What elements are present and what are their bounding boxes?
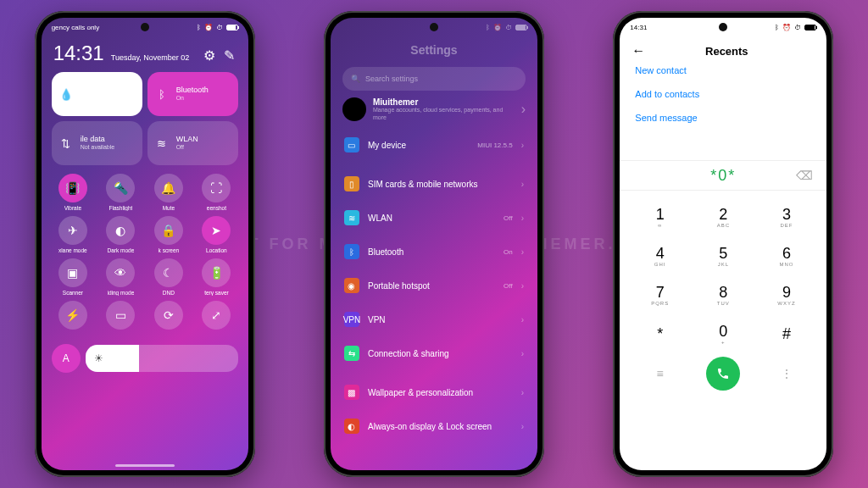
toggle-Mute[interactable]: 🔔 Mute (147, 174, 191, 211)
toggle-label: eenshot (207, 205, 226, 211)
vpn-icon: VPN (344, 312, 359, 327)
phone-mockup-settings: ᛒ ⏰ ⏱ Settings 🔍 Search settings Miuithe… (324, 11, 544, 477)
key-7[interactable]: 7 PQRS (628, 275, 692, 314)
brightness-slider[interactable]: ☀ (86, 345, 238, 372)
key-4[interactable]: 4 GHI (628, 236, 692, 275)
sun-icon: ☀ (94, 352, 103, 364)
mobile-data-icon: ⇅ (58, 136, 74, 151)
toggle-Scanner[interactable]: ▣ Scanner (52, 258, 95, 296)
key-number: 9 (782, 285, 791, 300)
airplane-icon: ✈ (58, 216, 87, 245)
font-size-button[interactable]: A (52, 344, 81, 373)
camera-notch (719, 23, 727, 31)
action-send-message[interactable]: Send message (635, 113, 811, 123)
toggle-label: DND (163, 290, 175, 296)
key-6[interactable]: 6 MNO (755, 236, 819, 275)
toggle-xlane mode[interactable]: ✈ xlane mode (52, 216, 95, 253)
toggle-Location[interactable]: ➤ Location (195, 216, 238, 253)
row-value: MIUI 12.5.5 (477, 141, 512, 149)
key-9[interactable]: 9 WXYZ (755, 275, 819, 314)
settings-list: ▭ My device MIUI 12.5.5 ›▯ SIM cards & m… (331, 128, 537, 443)
key-letters: PQRS (651, 301, 669, 306)
settings-row-bluetooth[interactable]: ᛒ Bluetooth On › (342, 235, 526, 269)
toggle-iding mode[interactable]: 👁 iding mode (99, 258, 142, 296)
settings-row-wallpaper-personalization[interactable]: ▩ Wallpaper & personalization › (342, 375, 526, 409)
row-label: Wallpaper & personalization (368, 388, 504, 397)
account-row[interactable]: Miuithemer Manage accounts, cloud servic… (342, 97, 526, 121)
settings-row-connection-sharing[interactable]: ⇆ Connection & sharing › (342, 336, 526, 370)
key-8[interactable]: 8 TUV (692, 275, 755, 314)
toggle-k screen[interactable]: 🔒 k screen (147, 216, 191, 253)
row-label: Bluetooth (368, 247, 495, 257)
toggle-eenshot[interactable]: ⛶ eenshot (195, 174, 238, 211)
key-letters: WXYZ (777, 301, 795, 306)
toggle-label: Vibrate (64, 205, 81, 211)
key-*[interactable]: * (628, 314, 692, 353)
action-new-contact[interactable]: New contact (635, 65, 811, 75)
key-letters: + (721, 340, 726, 345)
lock-icon: 🔒 (154, 216, 183, 245)
account-sub: Manage accounts, cloud services, payment… (373, 107, 515, 121)
search-icon: 🔍 (351, 75, 360, 83)
call-button[interactable] (706, 357, 740, 391)
key-0[interactable]: 0 + (692, 314, 755, 353)
settings-row-portable-hotspot[interactable]: ◉ Portable hotspot Off › (342, 269, 526, 302)
toggle-label: Dark mode (108, 247, 135, 253)
toggle-label: xlane mode (58, 247, 87, 253)
key-2[interactable]: 2 ABC (692, 197, 755, 236)
settings-gear-icon[interactable]: ⚙ (203, 47, 216, 61)
toggle-Dark mode[interactable]: ◐ Dark mode (99, 216, 142, 253)
toggle-label: Scanner (63, 290, 83, 296)
action-add-to-contacts[interactable]: Add to contacts (635, 89, 811, 99)
clock-date: Tuesday, November 02 (111, 53, 196, 62)
toggle-expand[interactable]: ⤢ (195, 301, 238, 332)
home-indicator[interactable] (115, 464, 175, 467)
quick-tile-droplet[interactable]: 💧 (52, 72, 142, 116)
key-number: * (657, 326, 663, 341)
row-label: My device (368, 141, 469, 150)
toggle-Vibrate[interactable]: 📳 Vibrate (52, 174, 95, 211)
key-5[interactable]: 5 JKL (692, 236, 755, 275)
more-button[interactable]: ⋮ (755, 367, 819, 380)
key-letters: GHI (654, 262, 666, 267)
tile-sub: Not available (81, 144, 114, 151)
toggle-label: Flashlight (108, 205, 132, 211)
quick-tile-ile data[interactable]: ⇅ ile data Not available (52, 121, 142, 165)
chevron-right-icon: › (521, 422, 524, 431)
toggle-Flashlight[interactable]: 🔦 Flashlight (99, 174, 142, 211)
quick-tile-Bluetooth[interactable]: ᛒ Bluetooth On (147, 72, 238, 116)
carrier-text: gency calls only (52, 24, 99, 31)
page-title: Recents (652, 45, 801, 58)
edit-icon[interactable]: ✎ (223, 47, 236, 61)
chevron-right-icon: › (521, 247, 524, 257)
toggle-DND[interactable]: ☾ DND (147, 258, 191, 296)
settings-row-vpn[interactable]: VPN VPN › (342, 302, 526, 336)
sim-icon: ▯ (344, 176, 359, 191)
toggle-tery saver[interactable]: 🔋 tery saver (195, 258, 238, 296)
chevron-right-icon: › (521, 349, 524, 358)
row-label: WLAN (368, 214, 495, 223)
row-label: VPN (368, 315, 504, 324)
back-button[interactable]: ← (632, 43, 645, 58)
dial-entry: *0* ⌫ (620, 160, 826, 191)
tile-sub: Off (176, 144, 198, 151)
settings-row-my-device[interactable]: ▭ My device MIUI 12.5.5 › (342, 128, 526, 162)
moon-icon: ☾ (154, 258, 183, 287)
backspace-button[interactable]: ⌫ (796, 169, 813, 182)
settings-row-wlan[interactable]: ≋ WLAN Off › (342, 201, 526, 235)
row-value: Off (504, 282, 513, 290)
toggle-sync[interactable]: ⟳ (147, 301, 191, 332)
quick-tile-WLAN[interactable]: ≋ WLAN Off (147, 121, 238, 165)
key-#[interactable]: # (755, 314, 819, 353)
settings-row-sim-cards-mobile-networks[interactable]: ▯ SIM cards & mobile networks › (342, 167, 526, 201)
menu-button[interactable]: ≡ (628, 367, 692, 380)
key-3[interactable]: 3 DEF (755, 197, 819, 236)
clock-time: 14:31 (53, 42, 104, 65)
toggle-bolt[interactable]: ⚡ (52, 301, 95, 332)
toggle-cast[interactable]: ▭ (99, 301, 142, 332)
key-1[interactable]: 1 ∞ (628, 197, 692, 236)
toggle-label: Location (206, 247, 227, 253)
search-input[interactable]: 🔍 Search settings (342, 67, 526, 91)
settings-row-always-on-display-lock-screen[interactable]: ◐ Always-on display & Lock screen › (342, 409, 526, 443)
wifi-icon: ≋ (344, 210, 359, 225)
